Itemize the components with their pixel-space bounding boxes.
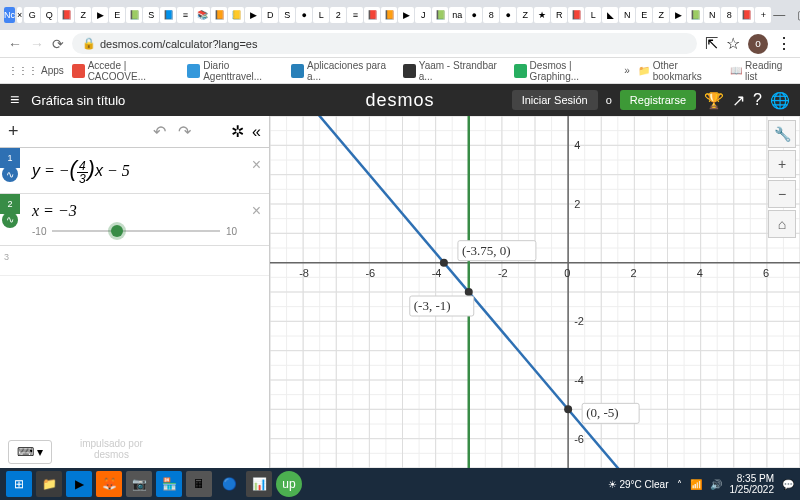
expression-row-1[interactable]: 1 ∿ y = −(43)x − 5 × xyxy=(0,148,269,194)
browser-tab[interactable]: 2 xyxy=(330,7,346,23)
browser-tab[interactable]: G xyxy=(24,7,40,23)
browser-tab[interactable]: ★ xyxy=(534,7,550,23)
browser-tab[interactable]: ◣ xyxy=(602,7,618,23)
settings-icon[interactable]: ✲ xyxy=(231,122,244,141)
bookmark-item[interactable]: Diario Agenttravel... xyxy=(187,60,283,82)
share-icon[interactable]: ↗ xyxy=(732,91,745,110)
browser-tab[interactable]: 📗 xyxy=(687,7,703,23)
add-expression-button[interactable]: + xyxy=(8,121,19,142)
browser-tab[interactable]: D xyxy=(262,7,278,23)
browser-tab[interactable]: Z xyxy=(75,7,91,23)
browser-tab[interactable]: Nc xyxy=(4,7,15,23)
zoom-in-button[interactable]: + xyxy=(768,150,796,178)
bookmark-item[interactable]: Yaam - Strandbar a... xyxy=(403,60,506,82)
browser-tab[interactable]: + xyxy=(755,7,771,23)
browser-tab[interactable]: Q xyxy=(41,7,57,23)
browser-tab[interactable]: 📕 xyxy=(364,7,380,23)
delete-expression-icon[interactable]: × xyxy=(252,202,261,220)
reload-button[interactable]: ⟳ xyxy=(52,36,64,52)
browser-tab[interactable]: E xyxy=(636,7,652,23)
undo-button[interactable]: ↶ xyxy=(153,122,166,141)
start-button[interactable]: ⊞ xyxy=(6,471,32,497)
browser-tab[interactable]: 📙 xyxy=(211,7,227,23)
browser-tab[interactable]: ● xyxy=(466,7,482,23)
browser-tab[interactable]: 📘 xyxy=(160,7,176,23)
browser-tab[interactable]: ▶ xyxy=(92,7,108,23)
tray-wifi-icon[interactable]: 📶 xyxy=(690,479,702,490)
keyboard-button[interactable]: ⌨ ▾ xyxy=(8,440,52,464)
register-button[interactable]: Registrarse xyxy=(620,90,696,110)
browser-tab[interactable]: × xyxy=(17,7,22,23)
back-button[interactable]: ← xyxy=(8,36,22,52)
taskbar-app[interactable]: 📊 xyxy=(246,471,272,497)
bookmark-item[interactable]: Desmos | Graphing... xyxy=(514,60,616,82)
window-minimize[interactable]: — xyxy=(773,8,785,22)
clock[interactable]: 8:35 PM1/25/2022 xyxy=(730,473,775,495)
expression-input[interactable]: y = −(43)x − 5 xyxy=(32,156,130,185)
reading-list[interactable]: 📖 Reading list xyxy=(730,60,792,82)
home-button[interactable]: ⌂ xyxy=(768,210,796,238)
slider-control[interactable]: -10 10 xyxy=(32,226,237,237)
line-color-icon[interactable]: ∿ xyxy=(2,212,18,228)
slider-thumb[interactable] xyxy=(111,225,123,237)
browser-tab[interactable]: S xyxy=(143,7,159,23)
taskbar-app[interactable]: up xyxy=(276,471,302,497)
profile-avatar[interactable]: o xyxy=(748,34,768,54)
taskbar-chrome[interactable]: 🔵 xyxy=(216,471,242,497)
browser-tab[interactable]: E xyxy=(109,7,125,23)
slider-track[interactable] xyxy=(52,230,219,232)
expression-input[interactable]: x = −3 xyxy=(32,202,257,220)
browser-tab[interactable]: ▶ xyxy=(670,7,686,23)
browser-tab[interactable]: 📒 xyxy=(228,7,244,23)
collapse-sidebar-icon[interactable]: « xyxy=(252,123,261,141)
other-bookmarks[interactable]: 📁 Other bookmarks xyxy=(638,60,722,82)
browser-tab[interactable]: S xyxy=(279,7,295,23)
hamburger-icon[interactable]: ≡ xyxy=(10,91,19,109)
bookmark-item[interactable]: Accede | CACOOVE... xyxy=(72,60,180,82)
browser-tab[interactable]: ● xyxy=(500,7,516,23)
trophy-icon[interactable]: 🏆 xyxy=(704,91,724,110)
browser-tab[interactable]: ● xyxy=(296,7,312,23)
browser-tab[interactable]: L xyxy=(585,7,601,23)
browser-tab[interactable]: 📚 xyxy=(194,7,210,23)
notifications-icon[interactable]: 💬 xyxy=(782,479,794,490)
redo-button[interactable]: ↷ xyxy=(178,122,191,141)
browser-tab[interactable]: J xyxy=(415,7,431,23)
browser-tab[interactable]: N xyxy=(619,7,635,23)
graph-title[interactable]: Gráfica sin título xyxy=(31,93,125,108)
browser-tab[interactable]: ▶ xyxy=(245,7,261,23)
browser-tab[interactable]: R xyxy=(551,7,567,23)
wrench-icon[interactable]: 🔧 xyxy=(768,120,796,148)
browser-tab[interactable]: ≡ xyxy=(177,7,193,23)
browser-tab[interactable]: N xyxy=(704,7,720,23)
taskbar-app[interactable]: 🏪 xyxy=(156,471,182,497)
browser-tab[interactable]: Z xyxy=(653,7,669,23)
browser-tab[interactable]: ≡ xyxy=(347,7,363,23)
line-color-icon[interactable]: ∿ xyxy=(2,166,18,182)
browser-tab[interactable]: Z xyxy=(517,7,533,23)
globe-icon[interactable]: 🌐 xyxy=(770,91,790,110)
taskbar-app[interactable]: 📷 xyxy=(126,471,152,497)
tray-chevron-icon[interactable]: ˄ xyxy=(677,479,682,490)
expression-row-2[interactable]: 2 ∿ x = −3 × -10 10 xyxy=(0,194,269,246)
delete-expression-icon[interactable]: × xyxy=(252,156,261,174)
share-icon[interactable]: ⇱ xyxy=(705,34,718,53)
browser-tab[interactable]: 📙 xyxy=(381,7,397,23)
browser-tab[interactable]: 8 xyxy=(483,7,499,23)
graph-canvas[interactable]: -8-6-4-20246-6-4-224(-3.75, 0)(-3, -1)(0… xyxy=(270,116,800,468)
browser-tab[interactable]: L xyxy=(313,7,329,23)
url-input[interactable]: 🔒 desmos.com/calculator?lang=es xyxy=(72,33,697,54)
browser-tab[interactable]: 📗 xyxy=(432,7,448,23)
expression-row-empty[interactable]: 3 xyxy=(0,246,269,276)
browser-tab[interactable]: na xyxy=(449,7,465,23)
taskbar-app[interactable]: 🖩 xyxy=(186,471,212,497)
browser-tab[interactable]: 📗 xyxy=(126,7,142,23)
browser-tab[interactable]: 📕 xyxy=(738,7,754,23)
menu-dots-icon[interactable]: ⋮ xyxy=(776,34,792,53)
star-icon[interactable]: ☆ xyxy=(726,34,740,53)
login-button[interactable]: Iniciar Sesión xyxy=(512,90,598,110)
zoom-out-button[interactable]: − xyxy=(768,180,796,208)
help-icon[interactable]: ? xyxy=(753,91,762,109)
taskbar-app[interactable]: 🦊 xyxy=(96,471,122,497)
taskbar-app[interactable]: ▶ xyxy=(66,471,92,497)
